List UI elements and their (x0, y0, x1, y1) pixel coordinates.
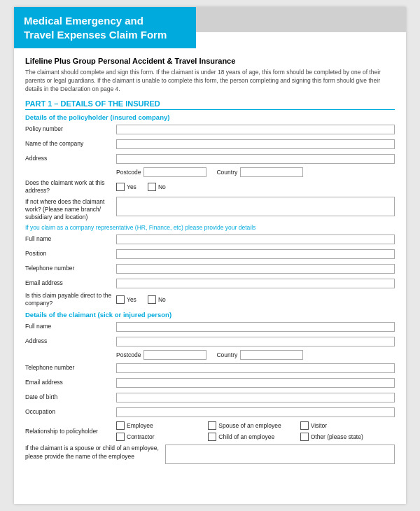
claimant-email-input[interactable] (116, 378, 395, 388)
claim-payable-label: Is this claim payable direct to the comp… (25, 292, 116, 307)
claimant-country-input[interactable] (240, 350, 303, 360)
rep-position-label: Position (25, 250, 116, 258)
claimant-address-input[interactable] (116, 337, 395, 346)
claimant-telephone-row: Telephone number (25, 362, 395, 374)
header-grey-area (196, 7, 406, 32)
claimant-dob-row: Date of birth (25, 391, 395, 404)
header-title: Medical Emergency and Travel Expenses Cl… (24, 14, 186, 41)
company-name-input[interactable] (116, 139, 395, 149)
claimant-country-label: Country (216, 351, 237, 358)
relationship-label: Relationship to policyholder (25, 428, 116, 435)
rep-telephone-label: Telephone number (25, 265, 116, 272)
claimant-fullname-row: Full name (25, 321, 395, 333)
payable-yes-checkbox[interactable] (116, 295, 125, 304)
subsection3-title: Details of the claimant (sick or injured… (25, 311, 395, 318)
claim-payable-row: Is this claim payable direct to the comp… (25, 292, 395, 307)
rep-telephone-row: Telephone number (25, 262, 395, 275)
claimant-address-row: Address (25, 335, 395, 348)
insurer-title: Lifeline Plus Group Personal Accident & … (25, 57, 395, 65)
claimant-fullname-input[interactable] (116, 322, 395, 332)
works-no-label: No (158, 183, 166, 190)
postcode-country-row: Postcode Country (25, 167, 395, 177)
claimant-postcode-country-row: Postcode Country (25, 350, 395, 360)
works-at-address-row: Does the claimant work at this address? … (25, 179, 395, 195)
rep-email-row: Email address (25, 277, 395, 290)
child-label: Child of an employee (218, 433, 274, 440)
relationship-options: Employee Spouse of an employee Visitor (116, 421, 395, 441)
address-label: Address (25, 155, 116, 162)
rep-fullname-label: Full name (25, 235, 116, 243)
spouse-item[interactable]: Spouse of an employee (208, 421, 300, 430)
claimant-dob-label: Date of birth (25, 393, 116, 401)
visitor-item[interactable]: Visitor (300, 421, 392, 430)
postcode-label: Postcode (116, 169, 141, 176)
works-yes-label: Yes (127, 183, 136, 190)
employee-checkbox[interactable] (116, 421, 125, 430)
company-name-label: Name of the company (25, 140, 116, 148)
policy-number-label: Policy number (25, 125, 116, 133)
employee-item[interactable]: Employee (116, 421, 208, 430)
policy-number-input[interactable] (116, 125, 395, 134)
claimant-telephone-label: Telephone number (25, 364, 116, 372)
country-input[interactable] (240, 167, 303, 177)
payable-no-checkbox[interactable] (148, 295, 156, 304)
payable-yes-label: Yes (127, 296, 136, 303)
relationship-row2: Contractor Child of an employee Other (p… (116, 433, 395, 441)
subsection1-title: Details of the policyholder (insured com… (25, 113, 395, 121)
if-not-where-row: If not where does the claimant work? (Pl… (25, 197, 395, 221)
relationship-row1: Employee Spouse of an employee Visitor (116, 421, 395, 430)
if-spouse-label: If the claimant is a spouse or child of … (25, 444, 165, 461)
claimant-occupation-row: Occupation (25, 406, 395, 419)
rep-email-label: Email address (25, 279, 116, 287)
rep-fullname-row: Full name (25, 233, 395, 246)
address-input[interactable] (116, 154, 395, 164)
employee-label: Employee (127, 422, 153, 429)
contractor-item[interactable]: Contractor (116, 433, 208, 441)
works-yes-checkbox[interactable] (116, 183, 125, 191)
payable-yes-item[interactable]: Yes (116, 295, 136, 304)
contractor-label: Contractor (127, 433, 155, 440)
rep-fullname-input[interactable] (116, 234, 395, 244)
company-rep-note: If you claim as a company representative… (25, 224, 395, 231)
child-checkbox[interactable] (208, 433, 216, 441)
claimant-email-row: Email address (25, 377, 395, 389)
works-no-item[interactable]: No (148, 183, 166, 191)
claimant-telephone-input[interactable] (116, 363, 395, 373)
claimant-occupation-input[interactable] (116, 407, 395, 417)
works-no-checkbox[interactable] (148, 183, 156, 191)
works-at-address-label: Does the claimant work at this address? (25, 179, 116, 195)
address-row: Address (25, 153, 395, 165)
claimant-address-label: Address (25, 337, 116, 345)
company-name-row: Name of the company (25, 138, 395, 150)
other-item[interactable]: Other (please state) (300, 433, 392, 441)
visitor-label: Visitor (311, 422, 327, 429)
if-spouse-row: If the claimant is a spouse or child of … (25, 444, 395, 464)
relationship-row: Relationship to policyholder Employee Sp… (25, 421, 395, 441)
claimant-dob-input[interactable] (116, 393, 395, 402)
claimant-fullname-label: Full name (25, 323, 116, 330)
part1-title: PART 1 – DETAILS OF THE INSURED (25, 99, 395, 110)
claimant-postcode-input[interactable] (144, 350, 206, 360)
works-yes-item[interactable]: Yes (116, 183, 136, 191)
postcode-input[interactable] (144, 167, 206, 177)
if-not-where-input[interactable] (116, 197, 395, 216)
payable-no-item[interactable]: No (148, 295, 166, 304)
rep-position-row: Position (25, 248, 395, 260)
rep-email-input[interactable] (116, 279, 395, 288)
header-banner: Medical Emergency and Travel Expenses Cl… (14, 7, 196, 48)
payable-no-label: No (158, 296, 166, 303)
claimant-occupation-label: Occupation (25, 408, 116, 416)
rep-position-input[interactable] (116, 249, 395, 259)
other-checkbox[interactable] (300, 433, 309, 441)
if-spouse-input[interactable] (165, 444, 395, 464)
spouse-checkbox[interactable] (208, 421, 216, 430)
policy-number-row: Policy number (25, 123, 395, 136)
rep-telephone-input[interactable] (116, 264, 395, 274)
intro-text: The claimant should complete and sign th… (25, 69, 395, 94)
contractor-checkbox[interactable] (116, 433, 125, 441)
child-item[interactable]: Child of an employee (208, 433, 300, 441)
visitor-checkbox[interactable] (300, 421, 309, 430)
if-not-where-label: If not where does the claimant work? (Pl… (25, 197, 116, 221)
other-label: Other (please state) (311, 433, 363, 440)
claimant-postcode-label: Postcode (116, 351, 141, 358)
